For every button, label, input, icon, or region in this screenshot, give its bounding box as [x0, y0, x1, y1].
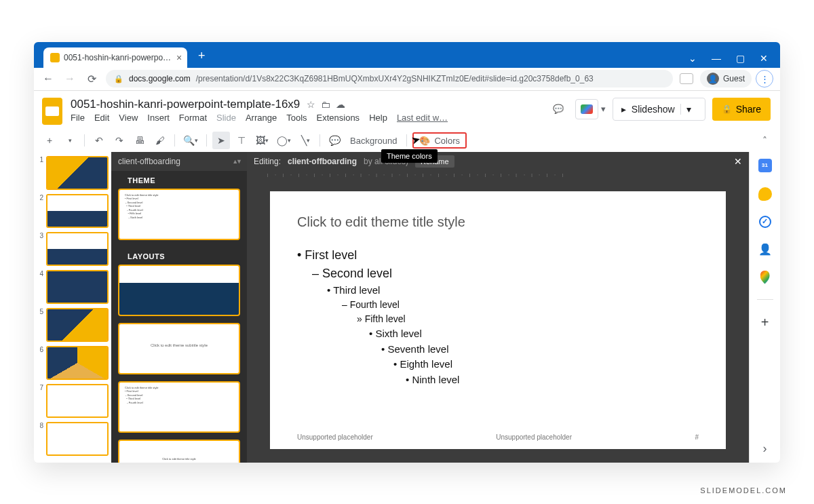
workspace: 1 2 3 4 5 6 7 8 client-offboarding ▲▼ TH… — [34, 152, 780, 463]
theme-panel-header[interactable]: client-offboarding ▲▼ — [111, 152, 247, 171]
close-tab-icon[interactable]: × — [176, 52, 182, 63]
slide-thumb: 1 — [37, 156, 109, 190]
layout-thumb[interactable]: Click to edit theme title style — [118, 440, 240, 463]
layouts-section-label: LAYOUTS — [118, 247, 240, 265]
select-tool[interactable]: ➤ — [212, 132, 230, 149]
menu-extensions[interactable]: Extensions — [317, 113, 360, 123]
maps-icon[interactable] — [760, 271, 770, 284]
editor-area: Editing: client-offboarding by all slide… — [247, 152, 749, 463]
image-tool[interactable]: 🖼 ▾ — [253, 132, 271, 149]
tasks-icon[interactable] — [759, 216, 771, 228]
keep-icon[interactable] — [758, 187, 772, 201]
theme-master-thumb[interactable]: Click to edit theme title style• First l… — [118, 189, 240, 240]
menu-insert[interactable]: Insert — [147, 113, 170, 123]
theme-body-placeholder[interactable]: First level Second level Third level Fou… — [297, 246, 699, 388]
menu-tools[interactable]: Tools — [286, 113, 307, 123]
slideshow-button[interactable]: ▸ Slideshow ▾ — [613, 98, 705, 121]
guest-label: Guest — [723, 74, 745, 83]
line-tool[interactable]: ╲ ▾ — [296, 132, 314, 149]
comment-button[interactable]: 💬 — [326, 132, 343, 149]
print-button[interactable]: 🖶 — [131, 132, 149, 149]
calendar-icon[interactable] — [758, 159, 772, 172]
profile-chip[interactable]: 👤 Guest — [700, 70, 752, 88]
new-tab-button[interactable]: + — [193, 47, 210, 65]
layout-thumb[interactable]: Click to edit theme subtitle style — [118, 323, 240, 374]
last-edit-link[interactable]: Last edit w… — [397, 113, 448, 123]
url-host: docs.google.com — [129, 74, 191, 83]
tab-title: 0051-hoshin-kanri-powerpoint-t — [64, 53, 172, 62]
reload-button[interactable]: ⟳ — [84, 71, 99, 86]
url-path: /presentation/d/1Vs8x22C3KqZ6981HBmUQXmb… — [196, 74, 594, 83]
chrome-titlebar: 0051-hoshin-kanri-powerpoint-t × + ⌄ — ▢… — [34, 42, 780, 68]
paint-format-button[interactable]: 🖌 — [151, 132, 169, 149]
address-bar[interactable]: 🔒 docs.google.com/presentation/d/1Vs8x22… — [106, 70, 673, 88]
zoom-button[interactable]: 🔍 ▾ — [180, 132, 201, 149]
theme-colors-button[interactable]: 🎨 Colors — [412, 132, 467, 149]
back-button[interactable]: ← — [41, 71, 56, 86]
ruler[interactable]: | ・ | ・ | ・ | ・ | ・ | ・ | ・ | ・ | ・ | ・ … — [247, 171, 749, 180]
tooltip: Theme colors — [381, 149, 438, 163]
meet-button[interactable] — [575, 99, 598, 119]
close-theme-editor-icon[interactable]: ✕ — [734, 156, 742, 167]
slideshow-dropdown-icon[interactable]: ▾ — [680, 104, 697, 115]
close-window-icon[interactable]: ✕ — [760, 53, 768, 64]
share-label: Share — [736, 104, 761, 115]
layout-thumb[interactable]: Click to edit theme title style• First l… — [118, 381, 240, 433]
share-button[interactable]: 🔒 Share — [712, 98, 771, 121]
redo-button[interactable]: ↷ — [111, 132, 128, 149]
hide-side-panel-icon[interactable]: › — [763, 442, 767, 456]
move-icon[interactable]: 🗀 — [321, 99, 330, 110]
install-app-icon[interactable] — [680, 73, 693, 84]
menu-format[interactable]: Format — [179, 113, 207, 123]
contacts-icon[interactable]: 👤 — [758, 243, 772, 256]
menu-arrange[interactable]: Arrange — [246, 113, 277, 123]
background-button[interactable]: Background — [346, 132, 401, 149]
theme-section-label: THEME — [118, 171, 240, 189]
shape-tool[interactable]: ◯ ▾ — [274, 132, 294, 149]
addons-button[interactable]: + — [761, 315, 769, 330]
slides-favicon — [50, 53, 60, 62]
doc-title[interactable]: 0051-hoshin-kanri-powerpoint-template-16… — [71, 98, 300, 111]
collapse-toolbar-icon[interactable]: ˄ — [756, 132, 773, 149]
footer-left[interactable]: Unsupported placeholder — [297, 433, 373, 441]
minimize-icon[interactable]: — — [712, 53, 721, 64]
textbox-tool[interactable]: ⊤ — [233, 132, 250, 149]
star-icon[interactable]: ☆ — [307, 99, 315, 110]
slide-canvas[interactable]: Click to edit theme title style First le… — [270, 191, 726, 449]
slides-header: 0051-hoshin-kanri-powerpoint-template-16… — [34, 91, 780, 130]
theme-title-placeholder[interactable]: Click to edit theme title style — [297, 214, 699, 230]
undo-button[interactable]: ↶ — [90, 132, 108, 149]
new-slide-button[interactable]: + — [41, 132, 58, 149]
layout-thumb[interactable] — [118, 265, 240, 316]
slideshow-label: Slideshow — [632, 104, 675, 115]
toolbar: + ▾ ↶ ↷ 🖶 🖌 🔍 ▾ ➤ ⊤ 🖼 ▾ ◯ ▾ ╲ ▾ 💬 Backgr… — [34, 130, 780, 152]
theme-name: client-offboarding — [118, 157, 180, 166]
window-controls: ⌄ — ▢ ✕ — [689, 53, 780, 68]
slides-logo-icon[interactable] — [42, 98, 62, 125]
slide-thumb: 2 — [37, 194, 109, 228]
comments-icon[interactable]: 💬 — [548, 99, 568, 119]
menu-file[interactable]: File — [71, 113, 85, 123]
menu-help[interactable]: Help — [369, 113, 387, 123]
editing-target: client-offboarding — [288, 157, 357, 166]
play-icon: ▸ — [621, 104, 626, 115]
meet-dropdown-icon[interactable]: ▾ — [601, 104, 606, 114]
chevron-down-icon[interactable]: ⌄ — [689, 53, 697, 64]
browser-tab[interactable]: 0051-hoshin-kanri-powerpoint-t × — [43, 47, 187, 68]
filmstrip[interactable]: 1 2 3 4 5 6 7 8 — [34, 152, 111, 463]
colors-label: Colors — [434, 136, 460, 146]
maximize-icon[interactable]: ▢ — [736, 53, 745, 64]
browser-menu-button[interactable]: ⋮ — [756, 70, 773, 88]
footer-center[interactable]: Unsupported placeholder — [373, 433, 695, 441]
menu-view[interactable]: View — [119, 113, 138, 123]
theme-switcher-icon[interactable]: ▲▼ — [232, 158, 240, 165]
theme-panel: client-offboarding ▲▼ THEME Click to edi… — [111, 152, 247, 463]
side-panel: 👤 + › — [749, 152, 780, 463]
cloud-status-icon: ☁ — [336, 99, 345, 110]
menu-slide[interactable]: Slide — [216, 113, 236, 123]
editing-prefix: Editing: — [254, 157, 281, 166]
forward-button[interactable]: → — [62, 71, 77, 86]
menu-edit[interactable]: Edit — [94, 113, 109, 123]
new-slide-dropdown-icon[interactable]: ▾ — [61, 132, 79, 149]
footer-slide-number[interactable]: # — [695, 433, 699, 441]
